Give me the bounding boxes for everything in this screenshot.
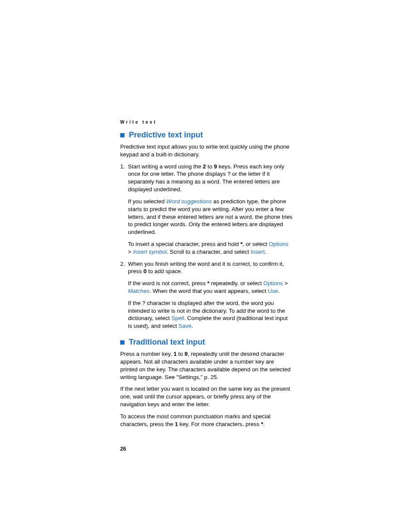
save-link[interactable]: Save <box>178 323 191 329</box>
paragraph: To access the most common punctuation ma… <box>120 413 293 428</box>
insert-link[interactable]: Insert <box>251 249 265 255</box>
page-number: 26 <box>120 446 126 452</box>
text: . <box>191 323 193 329</box>
text: . When the word that you want appears, s… <box>149 288 268 294</box>
text: > <box>128 249 133 255</box>
section-traditional: Traditional text input Press a number ke… <box>120 338 293 428</box>
intro-paragraph: Predictive text input allows you to writ… <box>120 143 293 159</box>
square-bullet-icon <box>120 340 125 345</box>
key-9: 9 <box>184 351 187 357</box>
text: If the word is not correct, press <box>128 280 207 286</box>
matches-link[interactable]: Matches <box>128 288 149 294</box>
key-9: 9 <box>214 163 217 170</box>
text: If you selected <box>128 198 166 205</box>
options-link[interactable]: Options <box>269 241 288 247</box>
key-1: 1 <box>174 351 177 357</box>
section-heading-predictive: Predictive text input <box>120 131 293 140</box>
text: Press a number key, <box>120 351 174 357</box>
text: to add space. <box>146 268 182 274</box>
text: to <box>177 351 184 357</box>
text: Start writing a word using the <box>128 163 203 170</box>
text: , or select <box>243 241 269 247</box>
text: . <box>265 249 267 255</box>
paragraph: If the next letter you want is located o… <box>120 385 293 408</box>
heading-text: Predictive text input <box>129 131 203 140</box>
text: . <box>263 421 265 427</box>
text: > <box>283 280 288 286</box>
spell-link[interactable]: Spell <box>171 315 184 321</box>
list-item: When you finish writing the word and it … <box>120 260 293 330</box>
text: . Scroll to a character, and select <box>167 249 251 255</box>
options-link[interactable]: Options <box>263 280 283 286</box>
sub-paragraph: If you selected Word suggestions as pred… <box>128 198 293 236</box>
text: key. For more characters, press <box>178 421 261 427</box>
sub-paragraph: If the word is not correct, press * repe… <box>128 280 293 295</box>
text: . <box>278 288 280 294</box>
page-header: Write text <box>120 120 293 124</box>
square-bullet-icon <box>120 133 125 137</box>
heading-text: Traditional text input <box>129 338 205 347</box>
key-2: 2 <box>203 163 206 170</box>
sub-paragraph: If the ? character is displayed after th… <box>128 299 293 330</box>
text: repeatedly, or select <box>209 280 263 286</box>
paragraph: Press a number key, 1 to 9, repeatedly u… <box>120 350 293 381</box>
ordered-list: Start writing a word using the 2 to 9 ke… <box>120 163 293 330</box>
text: To insert a special character, press and… <box>128 241 240 247</box>
sub-paragraph: To insert a special character, press and… <box>128 240 293 256</box>
insert-symbol-link[interactable]: Insert symbol <box>133 249 166 255</box>
list-item: Start writing a word using the 2 to 9 ke… <box>120 163 293 256</box>
word-suggestions-link[interactable]: Word suggestions <box>166 198 212 205</box>
text: to <box>206 163 214 170</box>
section-heading-traditional: Traditional text input <box>120 338 293 347</box>
document-page: Write text Predictive text input Predict… <box>120 120 293 432</box>
use-link[interactable]: Use <box>268 288 278 294</box>
